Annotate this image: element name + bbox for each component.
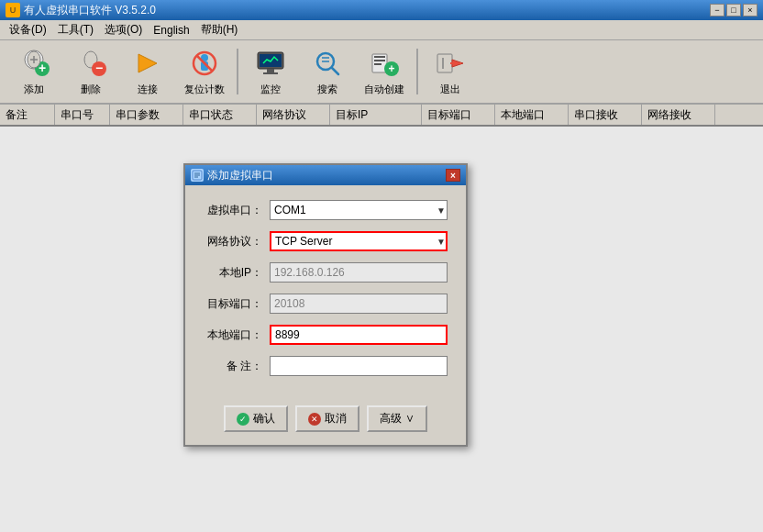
window-controls: − □ × bbox=[710, 4, 757, 17]
delete-icon: − bbox=[74, 47, 107, 80]
title-bar: U 有人虚拟串口软件 V3.5.2.0 − □ × bbox=[0, 0, 763, 20]
dialog-icon bbox=[191, 169, 204, 182]
cancel-icon: ✕ bbox=[308, 413, 321, 426]
menu-bar: 设备(D) 工具(T) 选项(O) English 帮助(H) bbox=[0, 20, 763, 40]
auto-create-button[interactable]: + 自动创建 bbox=[358, 44, 411, 99]
virtual-port-row: 虚拟串口： COM1 COM2 COM3 ▼ bbox=[204, 200, 448, 220]
local-port-label: 本地端口： bbox=[204, 327, 270, 343]
connect-label: 连接 bbox=[138, 83, 158, 96]
svg-rect-16 bbox=[263, 72, 278, 74]
reset-icon bbox=[188, 47, 221, 80]
menu-options[interactable]: 选项(O) bbox=[99, 20, 148, 39]
svg-text:−: − bbox=[95, 61, 103, 75]
cancel-label: 取消 bbox=[325, 411, 347, 427]
col-target-port: 目标端口 bbox=[422, 105, 495, 125]
target-port-input[interactable] bbox=[270, 294, 448, 314]
add-icon: + bbox=[17, 47, 50, 80]
virtual-port-select-wrapper: COM1 COM2 COM3 ▼ bbox=[270, 200, 448, 220]
target-port-row: 目标端口： bbox=[204, 294, 448, 314]
confirm-label: 确认 bbox=[253, 411, 275, 427]
remark-label: 备 注： bbox=[204, 359, 270, 374]
dialog-title: 添加虚拟串口 bbox=[207, 168, 446, 183]
confirm-button[interactable]: ✓ 确认 bbox=[224, 405, 288, 432]
exit-label: 退出 bbox=[440, 83, 460, 96]
add-label: 添加 bbox=[24, 83, 44, 96]
col-serial-recv: 串口接收 bbox=[569, 105, 642, 125]
menu-device[interactable]: 设备(D) bbox=[4, 20, 52, 39]
network-protocol-control: TCP Server TCP Client UDP ▼ bbox=[270, 231, 448, 251]
reset-label: 复位计数 bbox=[184, 83, 225, 96]
col-port: 串口号 bbox=[55, 105, 110, 125]
target-port-control bbox=[270, 294, 448, 314]
menu-help[interactable]: 帮助(H) bbox=[195, 20, 244, 39]
dialog-close-button[interactable]: × bbox=[446, 169, 460, 182]
search-button[interactable]: 搜索 bbox=[301, 44, 354, 99]
menu-english[interactable]: English bbox=[148, 22, 194, 39]
cancel-button[interactable]: ✕ 取消 bbox=[295, 405, 359, 432]
local-ip-label: 本地IP： bbox=[204, 265, 270, 281]
advanced-label: 高级 ∨ bbox=[380, 411, 414, 427]
svg-rect-21 bbox=[374, 60, 385, 61]
toolbar-separator bbox=[237, 49, 238, 94]
network-protocol-select[interactable]: TCP Server TCP Client UDP bbox=[270, 231, 448, 251]
delete-label: 删除 bbox=[81, 83, 101, 96]
col-net-recv: 网络接收 bbox=[642, 105, 715, 125]
main-area: 添加虚拟串口 × 虚拟串口： COM1 COM2 COM3 ▼ bbox=[0, 127, 763, 532]
connect-icon bbox=[131, 47, 164, 80]
virtual-port-select[interactable]: COM1 COM2 COM3 bbox=[270, 200, 448, 220]
target-port-label: 目标端口： bbox=[204, 296, 270, 312]
col-local-port: 本地端口 bbox=[495, 105, 569, 125]
dialog-title-bar: 添加虚拟串口 × bbox=[185, 165, 466, 185]
col-remark: 备注 bbox=[0, 105, 55, 125]
remark-input[interactable] bbox=[270, 356, 448, 376]
dialog-body: 虚拟串口： COM1 COM2 COM3 ▼ 网络协议： bbox=[185, 185, 466, 398]
network-protocol-label: 网络协议： bbox=[204, 234, 270, 249]
virtual-port-control: COM1 COM2 COM3 ▼ bbox=[270, 200, 448, 220]
svg-text:+: + bbox=[388, 62, 394, 75]
minimize-button[interactable]: − bbox=[710, 4, 724, 17]
search-label: 搜索 bbox=[317, 83, 337, 96]
dialog-footer: ✓ 确认 ✕ 取消 高级 ∨ bbox=[185, 398, 466, 445]
local-ip-input[interactable] bbox=[270, 262, 448, 283]
svg-marker-9 bbox=[138, 54, 157, 72]
add-serial-dialog: 添加虚拟串口 × 虚拟串口： COM1 COM2 COM3 ▼ bbox=[183, 163, 468, 447]
advanced-button[interactable]: 高级 ∨ bbox=[367, 405, 426, 432]
toolbar: + 添加 − 删除 连接 bbox=[0, 40, 763, 105]
search-icon bbox=[311, 47, 344, 80]
delete-button[interactable]: − 删除 bbox=[64, 44, 117, 99]
table-header: 备注 串口号 串口参数 串口状态 网络协议 目标IP 目标端口 本地端口 串口接… bbox=[0, 105, 763, 127]
col-status: 串口状态 bbox=[183, 105, 257, 125]
confirm-icon: ✓ bbox=[237, 413, 249, 426]
app-icon: U bbox=[6, 3, 20, 17]
connect-button[interactable]: 连接 bbox=[121, 44, 174, 99]
svg-rect-25 bbox=[437, 54, 452, 72]
close-button[interactable]: × bbox=[743, 4, 757, 17]
svg-rect-20 bbox=[374, 56, 385, 58]
monitor-icon bbox=[254, 47, 287, 80]
local-ip-row: 本地IP： bbox=[204, 262, 448, 283]
local-ip-control bbox=[270, 262, 448, 283]
monitor-button[interactable]: 监控 bbox=[244, 44, 297, 99]
reset-button[interactable]: 复位计数 bbox=[178, 44, 231, 99]
svg-line-18 bbox=[332, 68, 338, 74]
menu-tools[interactable]: 工具(T) bbox=[52, 20, 99, 39]
exit-icon bbox=[434, 47, 467, 80]
local-port-row: 本地端口： bbox=[204, 325, 448, 345]
svg-rect-15 bbox=[267, 69, 274, 72]
local-port-control bbox=[270, 325, 448, 345]
remark-row: 备 注： bbox=[204, 356, 448, 376]
add-button[interactable]: + 添加 bbox=[7, 44, 61, 99]
col-params: 串口参数 bbox=[110, 105, 183, 125]
monitor-label: 监控 bbox=[260, 83, 281, 96]
exit-button[interactable]: 退出 bbox=[424, 44, 477, 99]
auto-icon: + bbox=[368, 47, 401, 80]
virtual-port-label: 虚拟串口： bbox=[204, 203, 270, 218]
col-target-ip: 目标IP bbox=[330, 105, 422, 125]
maximize-button[interactable]: □ bbox=[726, 4, 741, 17]
local-port-input[interactable] bbox=[270, 325, 448, 345]
network-protocol-select-wrapper: TCP Server TCP Client UDP ▼ bbox=[270, 231, 448, 251]
auto-label: 自动创建 bbox=[364, 83, 404, 96]
svg-rect-22 bbox=[374, 63, 382, 65]
col-protocol: 网络协议 bbox=[257, 105, 330, 125]
window-title: 有人虚拟串口软件 V3.5.2.0 bbox=[24, 3, 710, 18]
